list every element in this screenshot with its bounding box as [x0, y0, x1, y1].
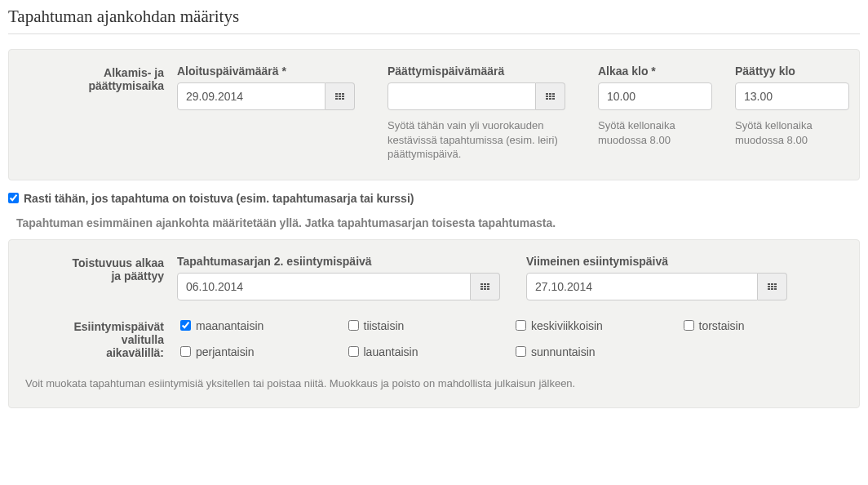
day-mon-checkbox[interactable] [180, 320, 191, 331]
end-time-input[interactable] [735, 82, 849, 110]
day-sun-label: sunnuntaisin [531, 345, 596, 358]
recurrence-footer-note: Voit muokata tapahtuman esiintymisiä yks… [25, 377, 843, 389]
end-date-label: Päättymispäivämäärä [388, 65, 575, 78]
day-tue-checkbox[interactable] [348, 320, 359, 331]
day-wed-checkbox[interactable] [516, 320, 526, 331]
day-mon-label: maanantaisin [196, 319, 264, 332]
recurrence-checkbox-label: Rasti tähän, jos tapahtuma on toistuva (… [24, 192, 414, 205]
day-fri-label: perjantaisin [196, 345, 255, 358]
page-title: Tapahtuman ajankohdan määritys [8, 7, 860, 34]
day-sat-label: lauantaisin [364, 345, 418, 358]
recurrence-panel: Toistuvuus alkaa ja päättyy Tapahtumasar… [8, 239, 860, 408]
second-date-label: Tapahtumasarjan 2. esiintymispäivä [177, 255, 503, 268]
start-time-input[interactable] [598, 82, 712, 110]
last-date-calendar-button[interactable] [758, 273, 787, 300]
datetime-side-label: Alkamis- ja päättymisaika [25, 65, 164, 162]
end-date-help: Syötä tähän vain yli vuorokauden kestävi… [388, 118, 559, 162]
start-date-input[interactable] [177, 82, 326, 110]
calendar-icon [480, 283, 489, 290]
last-date-input[interactable] [526, 273, 758, 300]
calendar-icon [335, 93, 344, 100]
recurrence-checkbox[interactable] [8, 193, 19, 203]
day-fri-checkbox[interactable] [180, 346, 191, 357]
recurrence-info: Tapahtuman esimmäinen ajankohta määritet… [16, 216, 860, 229]
days-side-label: Esiintymispäivät valitulla aikavälillä: [25, 318, 164, 359]
start-date-label: Aloituspäivämäärä * [177, 65, 365, 78]
day-tue-label: tiistaisin [364, 319, 405, 332]
start-time-help: Syötä kellonaika muodossa 8.00 [598, 118, 712, 147]
datetime-panel: Alkamis- ja päättymisaika Aloituspäivämä… [8, 49, 860, 180]
end-date-calendar-button[interactable] [536, 82, 565, 110]
day-sun-checkbox[interactable] [516, 346, 526, 357]
second-date-calendar-button[interactable] [471, 273, 500, 300]
last-date-label: Viimeinen esiintymispäivä [526, 255, 787, 268]
start-date-calendar-button[interactable] [326, 82, 355, 110]
end-time-label: Päättyy klo [735, 65, 849, 78]
start-time-label: Alkaa klo * [598, 65, 712, 78]
calendar-icon [546, 93, 555, 100]
day-thu-label: torstaisin [699, 319, 745, 332]
end-date-input[interactable] [388, 82, 536, 110]
day-sat-checkbox[interactable] [348, 346, 359, 357]
day-thu-checkbox[interactable] [684, 320, 694, 331]
second-date-input[interactable] [177, 273, 471, 300]
day-wed-label: keskiviikkoisin [531, 319, 603, 332]
calendar-icon [768, 283, 777, 290]
recurrence-side-label: Toistuvuus alkaa ja päättyy [25, 255, 164, 300]
end-time-help: Syötä kellonaika muodossa 8.00 [735, 118, 849, 147]
